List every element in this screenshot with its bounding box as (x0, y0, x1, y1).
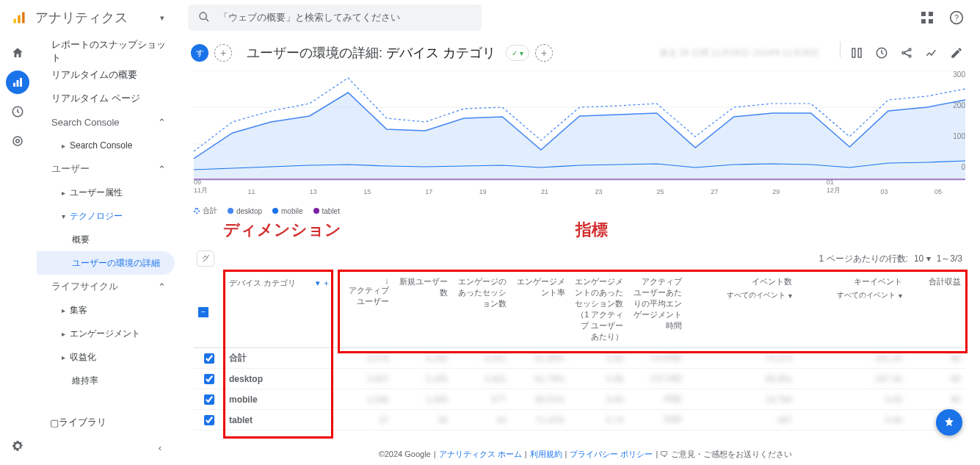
rail-reports-icon[interactable] (6, 71, 29, 94)
metric-cell: 36 (393, 415, 452, 425)
svg-point-14 (16, 140, 20, 143)
nav-search-console[interactable]: Search Console (37, 134, 175, 157)
svg-point-21 (909, 55, 911, 57)
metric-cell: 4,206 (393, 353, 452, 364)
nav-lifecycle-section[interactable]: ライフサイクル⌃ (37, 275, 175, 298)
nav-monetization[interactable]: 収益化 (37, 345, 175, 369)
nav-library[interactable]: ▢ ライブラリ (35, 411, 179, 434)
metric-cell: 1,009 (393, 394, 452, 405)
annotation-dimension: ディメンション (223, 219, 341, 241)
property-selector[interactable]: ​▾ (156, 13, 164, 23)
search-icon (198, 11, 210, 25)
comparison-add-button[interactable]: + (535, 44, 553, 62)
metric-cell: 0.00 (796, 394, 907, 405)
trend-icon[interactable] (920, 41, 943, 65)
rail-ads-icon[interactable] (6, 129, 29, 153)
footer-privacy-link[interactable]: プライバシー ポリシー (570, 449, 653, 460)
rows-per-page-label: 1 ページあたりの行数: (819, 253, 908, 265)
metric-cell: 677 (452, 394, 511, 405)
nav-retention[interactable]: 維持率 (37, 369, 175, 392)
metric-cell: 14,784 (686, 394, 796, 405)
share-icon[interactable] (895, 41, 918, 65)
svg-point-20 (909, 48, 911, 51)
metric-cell: 0.65 (570, 394, 628, 405)
row-checkbox[interactable] (204, 394, 214, 405)
search-input[interactable]: 「ウェブの概要」と検索してみてください (188, 4, 482, 31)
rail-home-icon[interactable] (6, 41, 29, 65)
svg-rect-17 (858, 48, 861, 57)
page-title: ユーザーの環境の詳細: デバイス カテゴリ (247, 44, 496, 62)
nav-tech-overview[interactable]: 概要 (37, 228, 175, 251)
metric-cell: 56,801 (686, 374, 796, 384)
metric-cell: ¥0 (907, 374, 965, 384)
svg-rect-7 (929, 19, 933, 24)
segment-add-button[interactable]: + (214, 44, 232, 62)
nav-realtime-pages[interactable]: リアルタイム ページ (37, 87, 175, 110)
apps-icon[interactable] (915, 6, 939, 29)
nav-acquisition[interactable]: 集客 (37, 298, 175, 322)
rail-settings-icon[interactable] (6, 434, 29, 458)
metric-cell: 0.74 (570, 415, 628, 425)
annotation-metrics: 指標 (576, 219, 608, 241)
metric-cell: 55秒 (628, 414, 686, 426)
date-range-picker[interactable]: 過去 28 日間 11月09日~2024年12月06日 (659, 47, 819, 60)
pagination-range: 1～3/3 (937, 253, 962, 265)
row-checkbox[interactable] (204, 374, 214, 384)
insights-icon[interactable] (870, 41, 893, 65)
chart-type-toggle[interactable]: グ (197, 250, 214, 267)
analytics-logo (12, 10, 26, 25)
metric-cell: 291.00 (796, 353, 907, 364)
metric-cell: 287.00 (796, 374, 907, 384)
rows-per-page-select[interactable]: 10 ▾ (914, 253, 931, 264)
metric-cell: 3,507 (335, 374, 393, 384)
nav-tech-detail[interactable]: ユーザーの環境の詳細 (37, 251, 175, 275)
metric-cell: 71.43% (511, 415, 570, 425)
nav-user-section[interactable]: ユーザー⌃ (37, 157, 175, 181)
metric-cell: 0.89 (570, 353, 628, 364)
svg-point-19 (902, 52, 904, 54)
svg-rect-16 (852, 48, 855, 57)
footer-home-link[interactable]: アナリティクス ホーム (439, 449, 522, 460)
metric-cell: 1分06秒 (628, 352, 686, 364)
collapse-sidebar-icon[interactable]: ‹ (148, 436, 172, 459)
metric-cell: 487 (686, 415, 796, 425)
svg-rect-2 (22, 12, 24, 24)
nav-realtime-overview[interactable]: リアルタイムの概要 (37, 63, 175, 87)
metric-cell: 61.88% (511, 353, 570, 364)
chart-legend: 合計 desktop mobile tablet (194, 206, 965, 216)
chevron-up-icon: ⌃ (158, 164, 166, 175)
footer-tos-link[interactable]: 利用規約 (530, 449, 562, 460)
rail-explore-icon[interactable] (6, 100, 29, 123)
svg-point-3 (200, 12, 206, 19)
nav-search-console-section[interactable]: Search Console⌃ (37, 110, 175, 134)
metric-cell: ¥0 (907, 394, 965, 405)
customize-icon[interactable] (845, 41, 868, 65)
svg-rect-11 (17, 80, 19, 87)
insights-fab[interactable] (936, 409, 962, 436)
metric-cell: 0.00 (796, 415, 907, 425)
metric-cell: 4,091 (452, 353, 511, 364)
svg-text:?: ? (954, 13, 959, 22)
status-check-pill[interactable]: ✓ ▾ (506, 45, 529, 61)
svg-rect-6 (921, 19, 926, 24)
nav-snapshot[interactable]: レポートのスナップショット (37, 40, 175, 63)
row-checkbox[interactable] (204, 415, 214, 425)
app-title: アナリティクス (35, 9, 128, 26)
data-table: − デバイス カテゴリ▾ ＋ ↓ アクティブ ユーザー 新規ユーザー数 エンゲー… (194, 272, 965, 430)
nav-technology[interactable]: テクノロジー (37, 204, 175, 228)
metric-cell: 58.51% (511, 394, 570, 405)
segment-all-pill[interactable]: す (191, 44, 208, 62)
nav-engagement[interactable]: エンゲージメント (37, 322, 175, 345)
select-all-checkbox[interactable]: − (198, 307, 208, 317)
highlight-box-metrics (338, 270, 968, 353)
edit-icon[interactable] (945, 41, 968, 65)
metric-cell: 3,401 (452, 374, 511, 384)
metric-cell: 70,073 (686, 353, 796, 364)
metric-cell: 4,578 (335, 353, 393, 364)
metric-cell: 20 (452, 415, 511, 425)
metric-cell: 1分14秒 (628, 372, 686, 385)
nav-user-attributes[interactable]: ユーザー属性 (37, 181, 175, 204)
metric-cell: 1,040 (335, 394, 393, 405)
row-checkbox[interactable] (204, 353, 214, 364)
help-icon[interactable]: ? (945, 6, 968, 29)
